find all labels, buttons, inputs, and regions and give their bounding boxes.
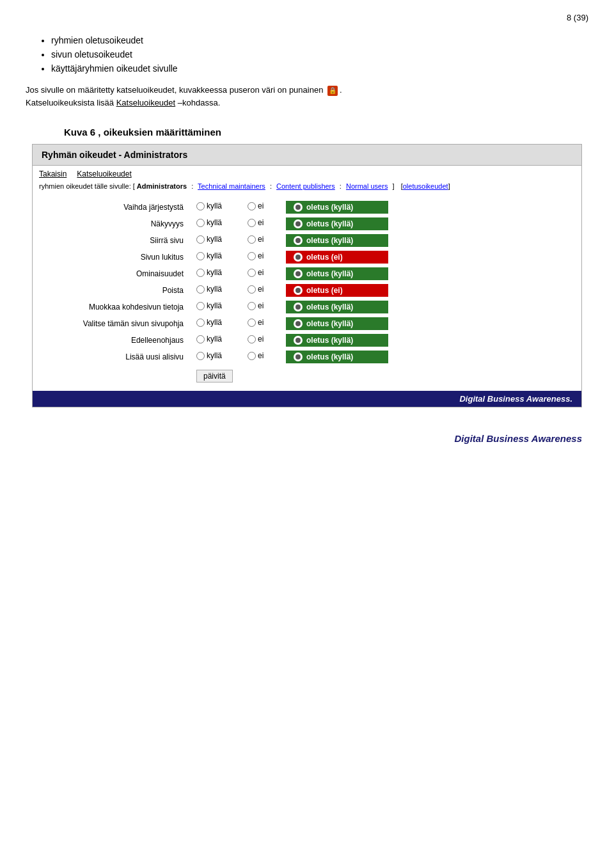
- tab-normal-users[interactable]: Normal users: [346, 182, 388, 190]
- radio-ei-input[interactable]: [248, 252, 256, 260]
- radio-ei-label[interactable]: ei: [248, 201, 264, 210]
- status-label: oletus (kyllä): [306, 269, 353, 278]
- radio-ei-col: ei: [244, 265, 282, 282]
- table-row: Ominaisuudet kyllä eioletus (kyllä): [39, 265, 575, 282]
- radio-kylla-label[interactable]: kyllä: [196, 318, 222, 327]
- permission-label: Valitse tämän sivun sivupohja: [39, 315, 193, 332]
- radio-kylla-text: kyllä: [207, 201, 222, 210]
- radio-kylla-input[interactable]: [196, 269, 205, 277]
- radio-kylla-col: kyllä: [193, 199, 244, 216]
- status-button[interactable]: oletus (kyllä): [286, 334, 388, 347]
- status-button[interactable]: oletus (kyllä): [286, 201, 388, 214]
- radio-ei-input[interactable]: [248, 235, 256, 244]
- radio-kylla-col: kyllä: [193, 332, 244, 349]
- radio-kylla-label[interactable]: kyllä: [196, 251, 222, 260]
- radio-kylla-label[interactable]: kyllä: [196, 268, 222, 277]
- tab-content-publishers[interactable]: Content publishers: [276, 182, 335, 190]
- takaisin-link[interactable]: Takaisin: [39, 170, 67, 178]
- radio-ei-col: ei: [244, 349, 282, 365]
- radio-ei-text: ei: [258, 351, 264, 360]
- tab-administrators[interactable]: Administrators: [137, 182, 187, 190]
- status-button[interactable]: oletus (kyllä): [286, 351, 388, 363]
- radio-ei-label[interactable]: ei: [248, 351, 264, 360]
- radio-kylla-label[interactable]: kyllä: [196, 235, 222, 244]
- radio-ei-input[interactable]: [248, 269, 256, 277]
- bullet-item-2: sivun oletusoikeudet: [51, 49, 588, 59]
- status-icon: [294, 269, 303, 278]
- radio-kylla-text: kyllä: [207, 251, 222, 260]
- table-row: Edelleenohjaus kyllä eioletus (kyllä): [39, 332, 575, 349]
- status-button[interactable]: oletus (kyllä): [286, 301, 388, 313]
- radio-kylla-label[interactable]: kyllä: [196, 301, 222, 310]
- radio-ei-input[interactable]: [248, 352, 256, 360]
- radio-ei-input[interactable]: [248, 219, 256, 227]
- radio-ei-input[interactable]: [248, 319, 256, 327]
- status-label: oletus (kyllä): [306, 203, 353, 212]
- radio-ei-label[interactable]: ei: [248, 268, 264, 277]
- radio-ei-label[interactable]: ei: [248, 335, 264, 343]
- radio-ei-label[interactable]: ei: [248, 235, 264, 244]
- radio-kylla-label[interactable]: kyllä: [196, 201, 222, 210]
- oletusoikeudet-link[interactable]: oletusoikeudet: [403, 182, 448, 190]
- katseluoikeudet-link[interactable]: Katseluoikeudet: [116, 98, 176, 107]
- katseluoikeudet-nav-link[interactable]: Katseluoikeudet: [77, 170, 131, 178]
- radio-ei-input[interactable]: [248, 202, 256, 210]
- radio-ei-col: ei: [244, 282, 282, 299]
- panel-header: Ryhmän oikeudet - Administrators: [33, 145, 581, 166]
- radio-kylla-text: kyllä: [207, 285, 222, 294]
- status-label: oletus (ei): [306, 286, 343, 295]
- info-text-3: –kohdassa.: [178, 98, 221, 107]
- radio-kylla-label[interactable]: kyllä: [196, 218, 222, 227]
- radio-kylla-label[interactable]: kyllä: [196, 285, 222, 294]
- tabs-prefix: ryhmien oikeudet tälle sivulle: [: [39, 182, 135, 190]
- radio-kylla-col: kyllä: [193, 282, 244, 299]
- radio-kylla-input[interactable]: [196, 285, 205, 294]
- info-text-1: Jos sivulle on määritetty katseluoikeude…: [26, 85, 323, 95]
- radio-ei-text: ei: [258, 335, 264, 343]
- status-button[interactable]: oletus (kyllä): [286, 317, 388, 330]
- table-row: Valitse tämän sivun sivupohja kyllä eiol…: [39, 315, 575, 332]
- permissions-table: Vaihda järjestystä kyllä eioletus (kyllä…: [39, 199, 575, 384]
- radio-kylla-input[interactable]: [196, 352, 205, 360]
- status-button[interactable]: oletus (kyllä): [286, 234, 388, 247]
- radio-ei-input[interactable]: [248, 302, 256, 310]
- radio-ei-label[interactable]: ei: [248, 251, 264, 260]
- radio-ei-label[interactable]: ei: [248, 218, 264, 227]
- section-title: Kuva 6 , oikeuksien määrittäminen: [64, 127, 588, 138]
- radio-kylla-label[interactable]: kyllä: [196, 351, 222, 360]
- table-row: Vaihda järjestystä kyllä eioletus (kyllä…: [39, 199, 575, 216]
- radio-ei-label[interactable]: ei: [248, 318, 264, 327]
- status-button[interactable]: oletus (ei): [286, 284, 388, 297]
- info-text-2: Katseluoikeuksista lisää: [26, 98, 114, 107]
- status-col: oletus (kyllä): [282, 232, 575, 249]
- status-col: oletus (kyllä): [282, 299, 575, 315]
- radio-ei-text: ei: [258, 218, 264, 227]
- bullet-item-1: ryhmien oletusoikeudet: [51, 35, 588, 45]
- status-button[interactable]: oletus (kyllä): [286, 267, 388, 280]
- radio-ei-input[interactable]: [248, 285, 256, 294]
- radio-kylla-input[interactable]: [196, 319, 205, 327]
- radio-ei-col: ei: [244, 249, 282, 265]
- radio-kylla-input[interactable]: [196, 202, 205, 210]
- permission-label: Muokkaa kohdesivun tietoja: [39, 299, 193, 315]
- status-col: oletus (ei): [282, 282, 575, 299]
- radio-kylla-input[interactable]: [196, 302, 205, 310]
- permission-label: Siirrä sivu: [39, 232, 193, 249]
- status-icon: [294, 319, 303, 328]
- status-button[interactable]: oletus (ei): [286, 251, 388, 264]
- radio-ei-label[interactable]: ei: [248, 301, 264, 310]
- status-icon: [294, 303, 303, 312]
- paivita-button[interactable]: päivitä: [196, 370, 233, 383]
- radio-ei-label[interactable]: ei: [248, 285, 264, 294]
- radio-kylla-input[interactable]: [196, 219, 205, 227]
- radio-kylla-input[interactable]: [196, 335, 205, 343]
- radio-ei-input[interactable]: [248, 335, 256, 343]
- radio-kylla-input[interactable]: [196, 252, 205, 260]
- status-icon: [294, 352, 303, 361]
- bullet-list: ryhmien oletusoikeudet sivun oletusoikeu…: [51, 35, 588, 74]
- permission-label: Poista: [39, 282, 193, 299]
- tab-technical-maintainers[interactable]: Technical maintainers: [198, 182, 265, 190]
- radio-kylla-label[interactable]: kyllä: [196, 335, 222, 343]
- status-button[interactable]: oletus (kyllä): [286, 217, 388, 230]
- radio-kylla-input[interactable]: [196, 235, 205, 244]
